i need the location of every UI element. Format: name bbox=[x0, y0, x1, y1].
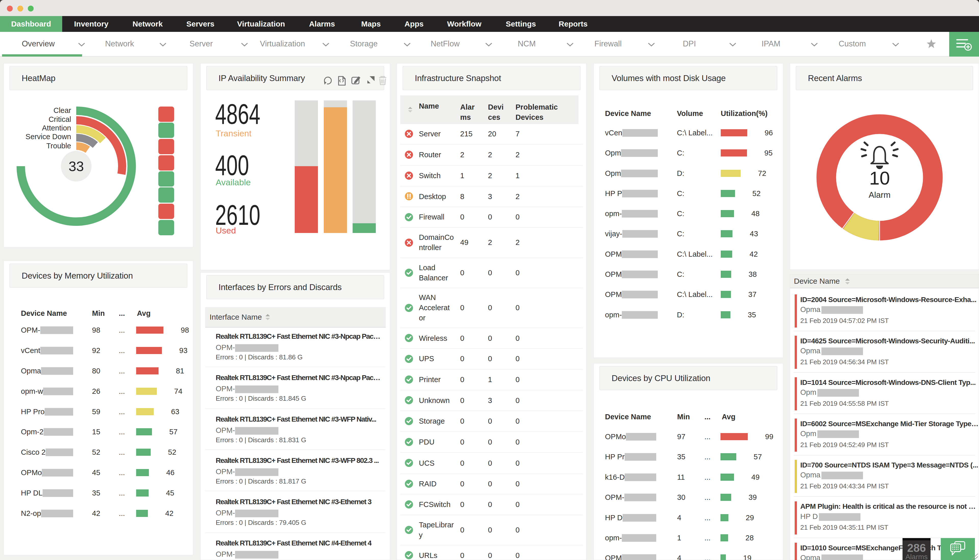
svg-text:33: 33 bbox=[68, 158, 84, 174]
